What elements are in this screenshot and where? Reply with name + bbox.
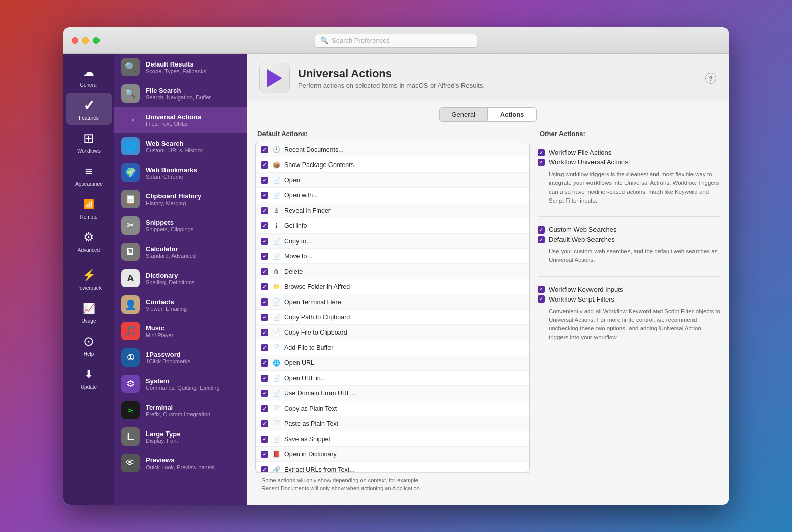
checkbox-open-dictionary[interactable] (261, 451, 268, 458)
action-item-copy-file[interactable]: 📄 Copy File to Clipboard (256, 325, 529, 340)
checkbox-get-info[interactable] (261, 222, 268, 229)
checkbox-copy-to[interactable] (261, 238, 268, 245)
sidebar-label-help: Help (84, 351, 94, 357)
default-web-searches-row[interactable]: Default Web Searches (538, 236, 720, 243)
workflow-universal-actions-row[interactable]: Workflow Universal Actions (538, 158, 720, 166)
action-item-reveal-finder[interactable]: 🖥 Reveal in Finder (256, 203, 529, 218)
checkbox-extract-urls[interactable] (261, 466, 268, 473)
action-label-copy-path: Copy Path to Clipboard (284, 314, 350, 321)
nav-item-large-type[interactable]: L Large Type Display, Font (114, 423, 247, 450)
tab-general[interactable]: General (439, 107, 487, 122)
open-url-icon: 🌐 (272, 359, 280, 367)
action-item-open-dictionary[interactable]: 📕 Open in Dictionary (256, 447, 529, 462)
nav-item-universal-actions[interactable]: → Universal Actions Files, Text, URLs (114, 107, 247, 133)
action-label-open-url: Open URL (284, 359, 314, 367)
workflow-file-actions-row[interactable]: Workflow File Actions (538, 149, 720, 156)
checkbox-open-terminal[interactable] (261, 298, 268, 306)
sidebar-item-workflows[interactable]: ⊞ Workflows (66, 126, 112, 158)
action-item-recent-documents[interactable]: 🕐 Recent Documents... (256, 142, 529, 157)
action-item-extract-urls[interactable]: 🔗 Extract URLs from Text... (256, 462, 529, 472)
checkbox-copy-path[interactable] (261, 314, 268, 321)
custom-web-searches-row[interactable]: Custom Web Searches (538, 226, 720, 234)
page-subtitle: Perform actions on selected items in mac… (298, 82, 485, 89)
checkbox-open-url-in[interactable] (261, 375, 268, 382)
sidebar-item-powerpack[interactable]: ⚡ Powerpack (66, 263, 112, 295)
checkbox-workflow-file-actions[interactable] (538, 149, 545, 156)
action-item-use-domain[interactable]: 📄 Use Domain From URL... (256, 386, 529, 401)
action-item-open-url-in[interactable]: 📄 Open URL in... (256, 371, 529, 386)
usage-icon: 📈 (81, 300, 97, 316)
dictionary-icon: 📕 (272, 450, 280, 458)
nav-item-1password[interactable]: ① 1Password 1Click Bookmarks (114, 344, 247, 371)
sidebar-item-update[interactable]: ⬇ Update (66, 362, 112, 394)
sidebar-item-usage[interactable]: 📈 Usage (66, 296, 112, 328)
action-item-open-url[interactable]: 🌐 Open URL (256, 355, 529, 371)
get-info-icon: ℹ (272, 222, 280, 230)
checkbox-use-domain[interactable] (261, 390, 268, 397)
checkbox-reveal-finder[interactable] (261, 207, 268, 214)
sidebar-item-general[interactable]: ☁ General (66, 60, 112, 92)
nav-item-terminal[interactable]: > Terminal Prefix, Custom Integration (114, 397, 247, 423)
nav-item-web-bookmarks[interactable]: 🌍 Web Bookmarks Safari, Chrome (114, 159, 247, 186)
checkbox-show-package[interactable] (261, 161, 268, 169)
action-item-show-package[interactable]: 📦 Show Package Contents (256, 157, 529, 173)
action-item-add-buffer[interactable]: 📄 Add File to Buffer (256, 340, 529, 355)
nav-item-snippets[interactable]: ✂ Snippets Snippets, Clippings (114, 212, 247, 239)
action-item-open-with[interactable]: 📄 Open with... (256, 188, 529, 203)
checkbox-workflow-script-filters[interactable] (538, 295, 545, 303)
minimize-button[interactable] (82, 37, 89, 44)
checkbox-delete[interactable] (261, 268, 268, 275)
workflow-script-filters-row[interactable]: Workflow Script Filters (538, 295, 720, 303)
action-item-move-to[interactable]: 📄 Move to... (256, 249, 529, 264)
nav-item-web-search[interactable]: 🌐 Web Search Custom, URLs, History (114, 133, 247, 159)
checkbox-move-to[interactable] (261, 253, 268, 260)
help-button[interactable]: ? (705, 73, 716, 84)
action-item-open-terminal[interactable]: 📄 Open Terminal Here (256, 294, 529, 310)
action-item-copy-to[interactable]: 📄 Copy to... (256, 234, 529, 249)
action-item-browse-folder[interactable]: 📁 Browse Folder in Alfred (256, 279, 529, 294)
checkbox-open-url[interactable] (261, 359, 268, 367)
search-bar[interactable]: 🔍 Search Preferences (315, 34, 477, 48)
action-item-delete[interactable]: 🗑 Delete (256, 264, 529, 279)
checkbox-add-buffer[interactable] (261, 344, 268, 351)
nav-item-dictionary[interactable]: A Dictionary Spelling, Definitions (114, 265, 247, 291)
checkbox-workflow-universal-actions[interactable] (538, 159, 545, 166)
sidebar-item-remote[interactable]: 📶 Remote (66, 192, 112, 224)
action-item-open[interactable]: 📄 Open (256, 173, 529, 188)
sidebar-item-features[interactable]: ✓ Features (66, 93, 112, 125)
checkbox-paste-plain[interactable] (261, 420, 268, 427)
checkbox-open-with[interactable] (261, 192, 268, 199)
action-item-paste-plain[interactable]: 📄 Paste as Plain Text (256, 416, 529, 431)
checkbox-open[interactable] (261, 177, 268, 184)
sidebar-item-appearance[interactable]: ≡ Appearance (66, 159, 112, 191)
checkbox-copy-file[interactable] (261, 329, 268, 336)
checkbox-workflow-keyword-inputs[interactable] (538, 286, 545, 293)
save-snippet-icon: 📄 (272, 435, 280, 443)
action-item-copy-plain[interactable]: 📄 Copy as Plain Text (256, 401, 529, 416)
nav-item-calculator[interactable]: 🖩 Calculator Standard, Advanced (114, 239, 247, 265)
checkbox-recent-documents[interactable] (261, 146, 268, 153)
action-item-get-info[interactable]: ℹ Get Info (256, 218, 529, 234)
other-actions-column: Other Actions: Workflow File Actions Wor… (538, 130, 720, 496)
nav-item-clipboard[interactable]: 📋 Clipboard History History, Merging (114, 186, 247, 212)
nav-item-file-search[interactable]: 🔍 File Search Search, Navigation, Buffer (114, 80, 247, 107)
close-button[interactable] (72, 37, 78, 44)
reveal-finder-icon: 🖥 (272, 207, 280, 215)
checkbox-save-snippet[interactable] (261, 436, 268, 443)
nav-item-default-results[interactable]: 🔍 Default Results Scope, Types, Fallback… (114, 54, 247, 80)
fullscreen-button[interactable] (93, 37, 100, 44)
sidebar-item-help[interactable]: ⊙ Help (66, 329, 112, 361)
checkbox-browse-folder[interactable] (261, 283, 268, 290)
sidebar-item-advanced[interactable]: ⚙ Advanced (66, 225, 112, 257)
action-item-save-snippet[interactable]: 📄 Save as Snippet (256, 431, 529, 447)
nav-item-music[interactable]: 🎵 Music Mini Player (114, 318, 247, 344)
tab-actions[interactable]: Actions (487, 107, 537, 122)
nav-item-previews[interactable]: 👁 Previews Quick Look, Preview panels (114, 450, 247, 476)
action-item-copy-path[interactable]: 📄 Copy Path to Clipboard (256, 310, 529, 325)
nav-item-system[interactable]: ⚙ System Commands, Quitting, Ejecting (114, 371, 247, 397)
workflow-keyword-inputs-row[interactable]: Workflow Keyword Inputs (538, 286, 720, 293)
checkbox-custom-web-searches[interactable] (538, 226, 545, 234)
checkbox-default-web-searches[interactable] (538, 236, 545, 243)
nav-item-contacts[interactable]: 👤 Contacts Viewer, Emailing (114, 291, 247, 318)
checkbox-copy-plain[interactable] (261, 405, 268, 412)
